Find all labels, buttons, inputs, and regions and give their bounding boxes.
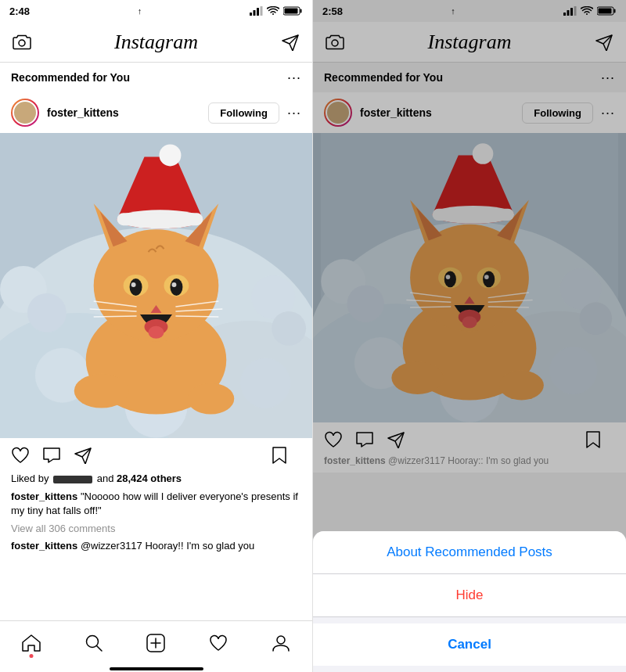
svg-rect-6 xyxy=(285,9,298,14)
action-sheet-overlay: About Recommended Posts Hide Cancel xyxy=(313,0,626,672)
svg-point-18 xyxy=(240,358,290,408)
commenter-username-left[interactable]: foster_kittens xyxy=(11,540,77,552)
recommended-text-left: Recommended for You xyxy=(11,71,130,84)
cancel-button[interactable]: Cancel xyxy=(313,623,626,666)
svg-line-45 xyxy=(175,316,218,317)
battery-icon xyxy=(283,6,303,16)
svg-point-33 xyxy=(130,279,142,296)
liked-by-text: Liked by xyxy=(11,473,49,484)
about-recommended-button[interactable]: About Recommended Posts xyxy=(313,531,626,574)
recommended-dots-left[interactable]: ··· xyxy=(287,70,301,84)
svg-point-36 xyxy=(171,282,176,287)
status-icons-left xyxy=(250,6,303,16)
caption-left: foster_kittens "Nooooo how will I delive… xyxy=(0,487,312,520)
heart-icon-nav xyxy=(209,634,228,652)
status-time-left: 2:48 xyxy=(9,5,30,17)
home-indicator-left xyxy=(110,667,203,670)
profile-nav-item[interactable] xyxy=(264,626,298,660)
svg-point-35 xyxy=(131,282,136,287)
camera-icon xyxy=(13,34,31,51)
share-button-left[interactable] xyxy=(74,446,92,465)
home-dot xyxy=(29,654,33,658)
svg-point-30 xyxy=(159,144,181,166)
svg-line-42 xyxy=(94,316,137,317)
post-image-left xyxy=(0,133,312,438)
commenter-text-left: @wizzer3117 Hooray!! I'm so glad you xyxy=(81,540,254,552)
camera-button-left[interactable] xyxy=(11,31,33,53)
svg-rect-29 xyxy=(117,213,203,225)
status-bar-left: 2:48 ↑ xyxy=(0,0,312,22)
action-bar-left xyxy=(0,438,312,469)
comment-button-left[interactable] xyxy=(42,446,61,465)
home-icon xyxy=(22,634,41,652)
avatar-left[interactable] xyxy=(11,99,39,127)
username-left[interactable]: foster_kittens xyxy=(47,106,208,119)
likes-and-text: and xyxy=(97,473,117,484)
svg-rect-1 xyxy=(254,10,256,16)
caption-username-left[interactable]: foster_kittens xyxy=(11,491,77,502)
liked-username-bar xyxy=(53,476,92,483)
likes-count: 28,424 others xyxy=(117,473,182,484)
hide-button[interactable]: Hide xyxy=(313,574,626,617)
share-icon-left xyxy=(74,447,92,464)
svg-point-46 xyxy=(74,374,129,408)
bottom-nav-left xyxy=(0,620,312,664)
home-nav-item[interactable] xyxy=(14,626,49,660)
following-button-left[interactable]: Following xyxy=(208,102,279,124)
likes-row-left: Liked by and 28,424 others xyxy=(0,469,312,487)
avatar-inner-left xyxy=(13,100,38,125)
add-nav-item[interactable] xyxy=(139,626,173,660)
signal-icon xyxy=(250,6,263,16)
add-icon xyxy=(146,634,165,652)
svg-point-16 xyxy=(272,311,306,346)
instagram-logo-left: Instagram xyxy=(114,31,198,54)
svg-point-54 xyxy=(277,636,285,644)
send-icon xyxy=(281,34,300,51)
right-panel: 2:58 ↑ xyxy=(313,0,626,672)
svg-point-14 xyxy=(27,293,67,332)
svg-point-7 xyxy=(19,40,25,46)
svg-rect-0 xyxy=(250,13,252,16)
search-nav-item[interactable] xyxy=(77,626,111,660)
nav-bar-left: Instagram xyxy=(0,22,312,63)
search-icon-bottom xyxy=(85,634,103,652)
svg-point-34 xyxy=(170,279,182,296)
svg-rect-3 xyxy=(261,6,263,16)
status-arrow-left: ↑ xyxy=(138,6,142,16)
wifi-icon xyxy=(267,6,279,16)
svg-point-39 xyxy=(149,326,164,339)
left-panel: 2:48 ↑ xyxy=(0,0,313,672)
cat-image-left xyxy=(0,133,312,438)
user-row-left: foster_kittens Following ··· xyxy=(0,92,312,133)
bookmark-icon-left xyxy=(272,446,287,465)
comment-preview-left: foster_kittens @wizzer3117 Hooray!! I'm … xyxy=(0,537,312,555)
svg-line-50 xyxy=(96,645,102,651)
activity-nav-item[interactable] xyxy=(201,626,236,660)
view-comments-left[interactable]: View all 306 comments xyxy=(0,520,312,537)
bookmark-button-left[interactable] xyxy=(270,446,289,465)
svg-point-47 xyxy=(187,383,234,415)
send-button-left[interactable] xyxy=(279,31,301,53)
svg-rect-5 xyxy=(300,9,302,13)
svg-rect-2 xyxy=(257,8,259,16)
comment-icon-left xyxy=(42,447,61,464)
like-button-left[interactable] xyxy=(11,446,30,465)
profile-icon xyxy=(272,634,290,652)
action-sheet: About Recommended Posts Hide Cancel xyxy=(313,531,626,672)
post-dots-left[interactable]: ··· xyxy=(287,106,301,120)
heart-icon-left xyxy=(11,447,30,464)
recommended-bar-left: Recommended for You ··· xyxy=(0,63,312,92)
